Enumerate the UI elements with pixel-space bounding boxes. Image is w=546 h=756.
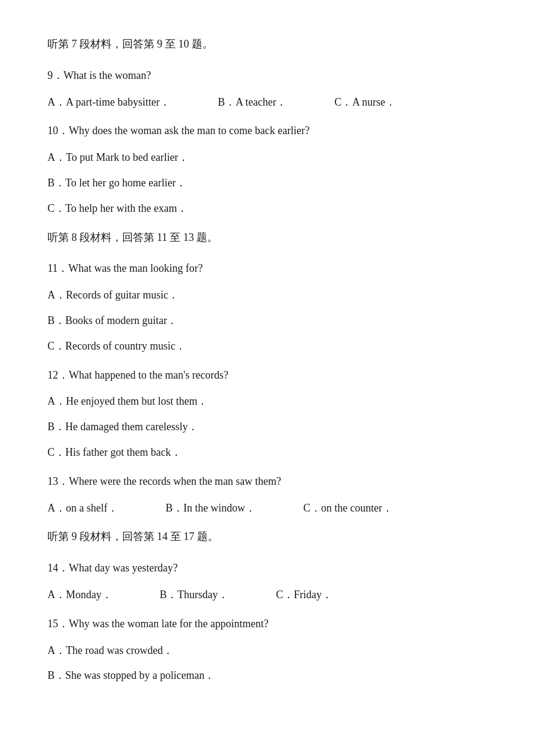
q9-option-b: B．A teacher． (218, 94, 287, 111)
q12-option-b: B．He damaged them carelessly． (47, 418, 499, 436)
q9-option-c: C．A nurse． (334, 94, 396, 111)
question-15-options: A．The road was crowded． B．She was stoppe… (47, 642, 499, 685)
q11-option-a: A．Records of guitar music． (47, 287, 499, 304)
q14-option-a: A．Monday． (47, 586, 112, 603)
section-8-header: 听第 8 段材料，回答第 11 至 13 题。 (47, 229, 499, 246)
q15-option-a: A．The road was crowded． (47, 642, 499, 659)
q10-option-b: B．To let her go home earlier． (47, 174, 499, 192)
question-15-text: 15．Why was the woman late for the appoin… (47, 615, 499, 633)
section-7: 听第 7 段材料，回答第 9 至 10 题。 9．What is the wom… (47, 36, 499, 217)
q14-option-b: B．Thursday． (160, 586, 228, 603)
section-7-header: 听第 7 段材料，回答第 9 至 10 题。 (47, 36, 499, 53)
question-9-options: A．A part-time babysitter． B．A teacher． C… (47, 94, 499, 111)
question-9: 9．What is the woman? A．A part-time babys… (47, 67, 499, 111)
q13-option-c: C．on the counter． (303, 500, 393, 517)
q13-option-a: A．on a shelf． (47, 500, 118, 517)
question-13-options: A．on a shelf． B．In the window． C．on the … (47, 500, 499, 517)
exam-content: 听第 7 段材料，回答第 9 至 10 题。 9．What is the wom… (47, 36, 499, 684)
q15-option-b: B．She was stopped by a policeman． (47, 667, 499, 684)
question-11-options: A．Records of guitar music． B．Books of mo… (47, 287, 499, 354)
question-14: 14．What day was yesterday? A．Monday． B．T… (47, 560, 499, 603)
question-9-text: 9．What is the woman? (47, 67, 499, 84)
q9-option-a: A．A part-time babysitter． (47, 94, 170, 111)
q12-option-c: C．His father got them back． (47, 444, 499, 461)
question-10: 10．Why does the woman ask the man to com… (47, 122, 499, 217)
question-10-text: 10．Why does the woman ask the man to com… (47, 122, 499, 139)
question-10-options: A．To put Mark to bed earlier． B．To let h… (47, 149, 499, 217)
q14-option-c: C．Friday． (276, 586, 332, 603)
q11-option-c: C．Records of country music． (47, 338, 499, 355)
q13-option-b: B．In the window． (166, 500, 256, 517)
question-14-options: A．Monday． B．Thursday． C．Friday． (47, 586, 499, 603)
question-12: 12．What happened to the man's records? A… (47, 367, 499, 461)
section-9-header: 听第 9 段材料，回答第 14 至 17 题。 (47, 528, 499, 545)
question-15: 15．Why was the woman late for the appoin… (47, 615, 499, 684)
q12-option-a: A．He enjoyed them but lost them． (47, 393, 499, 410)
q10-option-a: A．To put Mark to bed earlier． (47, 149, 499, 166)
section-8: 听第 8 段材料，回答第 11 至 13 题。 11．What was the … (47, 229, 499, 517)
q10-option-c: C．To help her with the exam． (47, 200, 499, 217)
question-14-text: 14．What day was yesterday? (47, 560, 499, 577)
question-13-text: 13．Where were the records when the man s… (47, 473, 499, 490)
question-12-text: 12．What happened to the man's records? (47, 367, 499, 384)
q11-option-b: B．Books of modern guitar． (47, 312, 499, 329)
question-12-options: A．He enjoyed them but lost them． B．He da… (47, 393, 499, 460)
question-13: 13．Where were the records when the man s… (47, 473, 499, 517)
question-11-text: 11．What was the man looking for? (47, 260, 499, 277)
section-9: 听第 9 段材料，回答第 14 至 17 题。 14．What day was … (47, 528, 499, 684)
question-11: 11．What was the man looking for? A．Recor… (47, 260, 499, 354)
